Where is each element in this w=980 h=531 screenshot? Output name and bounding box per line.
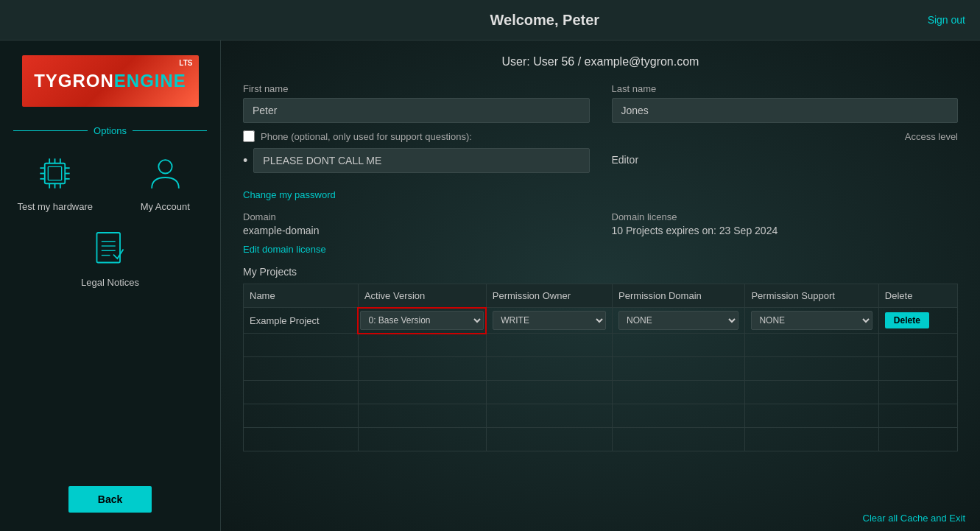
table-row-empty-5: [244, 428, 958, 451]
last-name-input[interactable]: [612, 98, 959, 123]
sidebar-icons-row: Test my hardware My Account: [0, 144, 220, 219]
phone-bullet: •: [243, 153, 247, 169]
sign-out-link[interactable]: Sign out: [928, 14, 965, 26]
sidebar: LTS TYGRONENGINE Options: [0, 41, 221, 531]
options-label: Options: [0, 125, 220, 136]
delete-cell: Delete: [878, 308, 957, 334]
sidebar-item-label-test-hardware: Test my hardware: [17, 201, 93, 212]
user-header: User: User 56 / example@tygron.com: [243, 55, 958, 68]
content-area: User: User 56 / example@tygron.com First…: [221, 41, 980, 531]
phone-checkbox[interactable]: [243, 130, 255, 142]
first-name-input[interactable]: [243, 98, 590, 123]
svg-rect-1: [49, 166, 62, 180]
access-level-label: Access level: [905, 131, 958, 142]
permission-domain-select[interactable]: NONE: [618, 311, 738, 330]
footer-bar[interactable]: Clear all Cache and Exit: [848, 505, 980, 531]
table-row-empty-3: [244, 381, 958, 404]
logo-area: LTS TYGRONENGINE: [0, 48, 220, 118]
permission-support-cell: NONE: [745, 308, 878, 334]
permission-domain-cell: NONE: [613, 308, 745, 334]
first-name-label: First name: [243, 83, 590, 94]
sidebar-item-label-legal-notices: Legal Notices: [81, 277, 139, 288]
phone-input[interactable]: [253, 148, 589, 173]
domain-label: Domain: [243, 211, 590, 222]
table-row-empty-4: [244, 404, 958, 428]
table-row-empty-2: [244, 357, 958, 381]
projects-table: Name Active Version Permission Owner Per…: [243, 284, 958, 451]
delete-button[interactable]: Delete: [885, 312, 929, 328]
back-button[interactable]: Back: [68, 486, 152, 513]
col-permission-owner: Permission Owner: [486, 284, 612, 308]
permission-owner-select[interactable]: WRITE: [493, 311, 606, 330]
phone-access-grid: • Editor: [243, 148, 958, 180]
domain-license-label: Domain license: [612, 211, 959, 222]
edit-domain-link[interactable]: Edit domain license: [243, 244, 326, 255]
document-icon: [92, 227, 129, 271]
chip-icon: [33, 151, 77, 195]
table-row-empty-1: [244, 334, 958, 357]
last-name-label: Last name: [612, 83, 959, 94]
project-name: Example Project: [244, 308, 359, 334]
main-layout: LTS TYGRONENGINE Options: [0, 41, 980, 531]
change-password-link[interactable]: Change my password: [243, 189, 336, 200]
person-icon: [143, 151, 187, 195]
svg-point-14: [158, 160, 172, 173]
sidebar-bottom: Legal Notices: [81, 227, 139, 288]
sidebar-item-label-my-account: My Account: [141, 201, 190, 212]
clear-cache-link[interactable]: Clear all Cache and Exit: [863, 513, 965, 524]
first-name-group: First name: [243, 83, 590, 123]
table-body: Example Project 0: Base Version WRITE: [244, 308, 958, 451]
sidebar-item-my-account[interactable]: My Account: [118, 151, 214, 212]
sidebar-item-test-hardware[interactable]: Test my hardware: [7, 151, 103, 212]
active-version-cell: 0: Base Version: [358, 308, 486, 334]
name-grid: First name Last name: [243, 83, 958, 123]
welcome-text: Welcome, Peter: [490, 12, 600, 29]
phone-label-text: Phone (optional, only used for support q…: [261, 131, 472, 142]
logo-box: LTS TYGRONENGINE: [22, 55, 199, 107]
my-projects-label: My Projects: [243, 266, 958, 278]
col-name: Name: [244, 284, 359, 308]
table-row: Example Project 0: Base Version WRITE: [244, 308, 958, 334]
col-active-version: Active Version: [358, 284, 486, 308]
logo-text: TYGRONENGINE: [34, 71, 186, 91]
phone-row: Phone (optional, only used for support q…: [243, 130, 958, 142]
domain-value: example-domain: [243, 222, 590, 239]
table-header: Name Active Version Permission Owner Per…: [244, 284, 958, 308]
permission-owner-cell: WRITE: [486, 308, 612, 334]
domain-section: Domain example-domain Domain license 10 …: [243, 211, 958, 239]
col-permission-support: Permission Support: [745, 284, 878, 308]
top-bar: Welcome, Peter Sign out: [0, 0, 980, 41]
access-level-value: Editor: [612, 148, 959, 180]
last-name-group: Last name: [612, 83, 959, 123]
col-delete: Delete: [878, 284, 957, 308]
col-permission-domain: Permission Domain: [613, 284, 745, 308]
domain-license-value: 10 Projects expires on: 23 Sep 2024: [612, 222, 959, 239]
permission-support-select[interactable]: NONE: [751, 311, 872, 330]
logo-lts: LTS: [179, 59, 192, 67]
phone-input-row: •: [243, 148, 590, 173]
version-select[interactable]: 0: Base Version: [360, 311, 484, 330]
sidebar-item-legal-notices[interactable]: Legal Notices: [81, 227, 139, 288]
